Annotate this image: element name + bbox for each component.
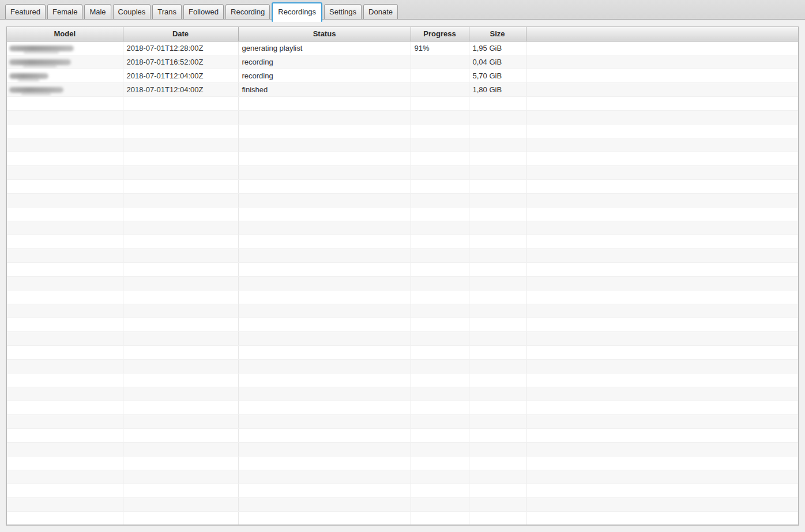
- cell-filler: [526, 248, 798, 262]
- tab-trans[interactable]: Trans: [152, 4, 182, 19]
- table-row[interactable]: [7, 96, 798, 110]
- table-row[interactable]: 2018-07-01T12:04:00Zrecording5,70 GiB: [7, 69, 798, 82]
- table-row[interactable]: [7, 442, 798, 456]
- table-row[interactable]: [7, 428, 798, 442]
- cell-date: [123, 331, 238, 345]
- cell-size: [469, 248, 526, 262]
- table-row[interactable]: [7, 276, 798, 290]
- cell-progress: [411, 276, 469, 290]
- tab-recording[interactable]: Recording: [225, 4, 270, 19]
- cell-status: [238, 124, 411, 138]
- table-row[interactable]: [7, 484, 798, 497]
- cell-model: [7, 373, 123, 387]
- cell-status: [238, 387, 411, 401]
- table-row[interactable]: [7, 152, 798, 165]
- tab-female[interactable]: Female: [47, 4, 82, 19]
- column-header-size[interactable]: Size: [469, 27, 526, 41]
- table-row[interactable]: [7, 456, 798, 470]
- cell-filler: [526, 276, 798, 290]
- cell-date: [123, 276, 238, 290]
- table-row[interactable]: [7, 235, 798, 248]
- cell-model: [7, 497, 123, 511]
- cell-model: [7, 235, 123, 248]
- cell-status: [238, 290, 411, 304]
- cell-size: [469, 262, 526, 276]
- cell-size: [469, 221, 526, 235]
- cell-model: [7, 442, 123, 456]
- cell-date: [123, 262, 238, 276]
- cell-date: [123, 235, 238, 248]
- cell-model: [7, 359, 123, 373]
- table-row[interactable]: [7, 207, 798, 221]
- cell-size: [469, 359, 526, 373]
- table-row[interactable]: [7, 262, 798, 276]
- cell-model: [7, 96, 123, 110]
- table-row[interactable]: [7, 401, 798, 414]
- cell-progress: [411, 373, 469, 387]
- cell-model: [7, 152, 123, 165]
- tab-settings[interactable]: Settings: [324, 4, 362, 19]
- table-row[interactable]: 2018-07-01T12:28:00Zgenerating playlist9…: [7, 41, 798, 55]
- cell-date: [123, 456, 238, 470]
- cell-size: [469, 428, 526, 442]
- cell-model: [7, 511, 123, 525]
- column-header-date[interactable]: Date: [123, 27, 238, 41]
- table-row[interactable]: [7, 470, 798, 484]
- cell-status: [238, 456, 411, 470]
- table-row[interactable]: [7, 138, 798, 152]
- cell-date: [123, 193, 238, 207]
- table-row[interactable]: 2018-07-01T12:04:00Zfinished1,80 GiB: [7, 82, 798, 96]
- table-row[interactable]: [7, 290, 798, 304]
- table-row[interactable]: [7, 387, 798, 401]
- cell-filler: [526, 221, 798, 235]
- column-header-progress[interactable]: Progress: [411, 27, 469, 41]
- tab-followed[interactable]: Followed: [183, 4, 224, 19]
- cell-status: [238, 110, 411, 124]
- redacted-model-name: [9, 46, 74, 51]
- cell-date: [123, 511, 238, 525]
- cell-filler: [526, 414, 798, 428]
- table-row[interactable]: [7, 345, 798, 359]
- recordings-table: Model Date Status Progress Size 2018-07-…: [6, 27, 799, 526]
- table-row[interactable]: [7, 124, 798, 138]
- cell-status: recording: [238, 69, 411, 82]
- tab-recordings[interactable]: Recordings: [272, 2, 322, 22]
- cell-size: 5,70 GiB: [469, 69, 526, 82]
- table-row[interactable]: [7, 511, 798, 525]
- cell-status: [238, 428, 411, 442]
- table-row[interactable]: [7, 318, 798, 331]
- cell-model: [7, 124, 123, 138]
- cell-size: 0,04 GiB: [469, 55, 526, 69]
- cell-filler: [526, 401, 798, 414]
- table-row[interactable]: [7, 248, 798, 262]
- tab-donate[interactable]: Donate: [363, 4, 398, 19]
- tab-male[interactable]: Male: [84, 4, 111, 19]
- table-row[interactable]: [7, 497, 798, 511]
- table-row[interactable]: [7, 165, 798, 179]
- cell-filler: [526, 82, 798, 96]
- table-row[interactable]: [7, 414, 798, 428]
- tab-couples[interactable]: Couples: [113, 4, 151, 19]
- table-row[interactable]: [7, 331, 798, 345]
- cell-status: [238, 276, 411, 290]
- cell-filler: [526, 179, 798, 193]
- table-row[interactable]: [7, 179, 798, 193]
- tab-featured[interactable]: Featured: [5, 4, 46, 19]
- table-row[interactable]: [7, 193, 798, 207]
- table-row[interactable]: 2018-07-01T16:52:00Zrecording0,04 GiB: [7, 55, 798, 69]
- table-row[interactable]: [7, 221, 798, 235]
- column-header-status[interactable]: Status: [238, 27, 411, 41]
- cell-progress: [411, 262, 469, 276]
- tab-bar: FeaturedFemaleMaleCouplesTransFollowedRe…: [0, 0, 805, 20]
- table-row[interactable]: [7, 110, 798, 124]
- cell-progress: [411, 248, 469, 262]
- cell-status: [238, 165, 411, 179]
- table-row[interactable]: [7, 359, 798, 373]
- table-row[interactable]: [7, 304, 798, 318]
- table-header: Model Date Status Progress Size: [7, 27, 798, 41]
- column-header-model[interactable]: Model: [7, 27, 123, 41]
- cell-filler: [526, 359, 798, 373]
- redacted-model-name: [9, 73, 48, 79]
- table-row[interactable]: [7, 373, 798, 387]
- cell-filler: [526, 69, 798, 82]
